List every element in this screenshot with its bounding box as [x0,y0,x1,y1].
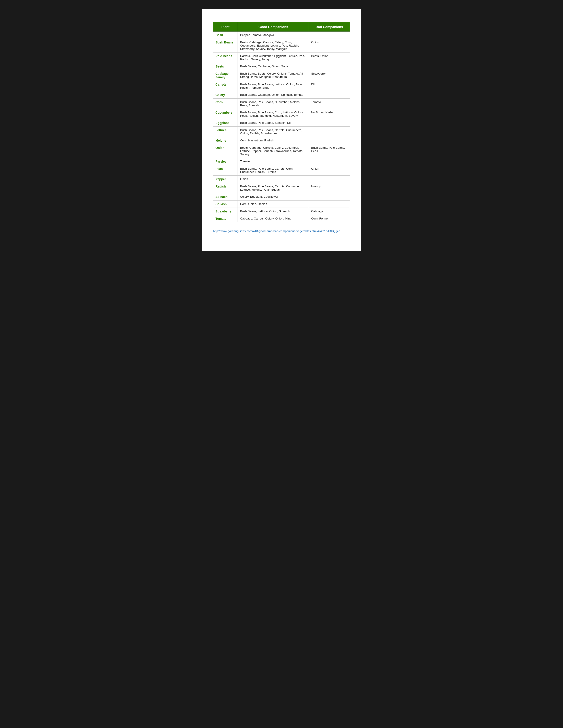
plant-name: Pole Beans [213,53,238,63]
table-row: CeleryBush Beans, Cabbage, Onion, Spinac… [213,91,350,99]
bad-companions-cell: Cabbage [309,208,350,215]
good-companions-cell: Corn, Onion, Radish [238,201,309,208]
bad-companions-cell: Onion [309,165,350,176]
plant-name: Radish [213,183,238,193]
table-row: EggplantBush Beans, Pole Beans, Spinach,… [213,119,350,127]
plant-name: Corn [213,99,238,109]
bad-companions-cell [309,119,350,127]
table-row: SquashCorn, Onion, Radish [213,201,350,208]
table-row: ParsleyTomato [213,158,350,165]
plant-name: Lettuce [213,127,238,137]
table-row: Cabbage FamilyBush Beans, Beets, Celery,… [213,70,350,81]
plant-name: Cabbage Family [213,70,238,81]
good-companions-cell: Cabbage, Carrots, Celery, Onion, Mint [238,215,309,222]
plant-name: Peas [213,165,238,176]
table-row: CarrotsBush Beans, Pole Beans, Lettuce, … [213,81,350,91]
table-row: MelonsCorn, Nasturtium, Radish [213,137,350,144]
good-companions-cell: Bush Beans, Pole Beans, Carrots, Cucumbe… [238,183,309,193]
companions-table: Plant Good Companions Bad Companions Bas… [213,22,350,222]
bad-companions-cell [309,158,350,165]
good-companions-cell: Bush Beans, Cabbage, Onion, Sage [238,63,309,70]
good-companions-cell: Bush Beans, Pole Beans, Carrots, Cucumbe… [238,127,309,137]
good-companions-cell: Pepper, Tomato, Marigold [238,32,309,39]
plant-name: Celery [213,91,238,99]
table-row: OnionBeets, Cabbage, Carrots, Celery, Cu… [213,144,350,158]
plant-name: Spinach [213,193,238,201]
header-bad-companions: Bad Companions [309,22,350,32]
plant-name: Beets [213,63,238,70]
plant-name: Pepper [213,176,238,183]
table-row: StrawberryBush Beans, Lettuce, Onion, Sp… [213,208,350,215]
table-row: RadishBush Beans, Pole Beans, Carrots, C… [213,183,350,193]
good-companions-cell: Tomato [238,158,309,165]
bad-companions-cell [309,63,350,70]
good-companions-cell: Bush Beans, Pole Beans, Cucumber, Melons… [238,99,309,109]
bad-companions-cell [309,91,350,99]
plant-name: Strawberry [213,208,238,215]
header-plant: Plant [213,22,238,32]
bad-companions-cell [309,176,350,183]
good-companions-cell: Corn, Nasturtium, Radish [238,137,309,144]
table-row: LettuceBush Beans, Pole Beans, Carrots, … [213,127,350,137]
bad-companions-cell: Tomato [309,99,350,109]
table-row: PeasBush Beans, Pole Beans, Carrots, Cor… [213,165,350,176]
plant-name: Eggplant [213,119,238,127]
table-row: CucumbersBush Beans, Pole Beans, Corn, L… [213,109,350,119]
bad-companions-cell [309,193,350,201]
plant-name: Onion [213,144,238,158]
table-row: Bush BeansBeets, Cabbage, Carrots, Celer… [213,39,350,53]
good-companions-cell: Onion [238,176,309,183]
bad-companions-cell: Hyssop [309,183,350,193]
good-companions-cell: Beets, Cabbage, Carrots, Celery, Cucumbe… [238,144,309,158]
good-companions-cell: Celery, Eggplant, Cauliflower [238,193,309,201]
bad-companions-cell: Strawberry [309,70,350,81]
bad-companions-cell [309,32,350,39]
bad-companions-cell [309,137,350,144]
good-companions-cell: Bush Beans, Beets, Celery, Onions, Tomat… [238,70,309,81]
good-companions-cell: Bush Beans, Lettuce, Onion, Spinach [238,208,309,215]
bad-companions-cell [309,201,350,208]
bad-companions-cell: Onion [309,39,350,53]
good-companions-cell: Bush Beans, Pole Beans, Carrots, Corn Cu… [238,165,309,176]
table-row: SpinachCelery, Eggplant, Cauliflower [213,193,350,201]
plant-name: Cucumbers [213,109,238,119]
table-row: BasilPepper, Tomato, Marigold [213,32,350,39]
good-companions-cell: Bush Beans, Cabbage, Onion, Spinach, Tom… [238,91,309,99]
plant-name: Carrots [213,81,238,91]
plant-name: Melons [213,137,238,144]
footer-link[interactable]: http://www.gardenguides.com/410-good-amp… [213,229,340,233]
bad-companions-cell: Dill [309,81,350,91]
table-row: Pole BeansCarrots, Corn Cucumber, Eggpla… [213,53,350,63]
table-row: TomatoCabbage, Carrots, Celery, Onion, M… [213,215,350,222]
bad-companions-cell: Beets, Onion [309,53,350,63]
plant-name: Bush Beans [213,39,238,53]
bad-companions-cell [309,127,350,137]
header-good-companions: Good Companions [238,22,309,32]
good-companions-cell: Bush Beans, Pole Beans, Spinach, Dill [238,119,309,127]
plant-name: Basil [213,32,238,39]
plant-name: Parsley [213,158,238,165]
plant-name: Squash [213,201,238,208]
table-row: PepperOnion [213,176,350,183]
bad-companions-cell: No Strong Herbs [309,109,350,119]
table-row: CornBush Beans, Pole Beans, Cucumber, Me… [213,99,350,109]
good-companions-cell: Bush Beans, Pole Beans, Corn, Lettuce, O… [238,109,309,119]
bad-companions-cell: Corn, Fennel [309,215,350,222]
table-row: BeetsBush Beans, Cabbage, Onion, Sage [213,63,350,70]
good-companions-cell: Bush Beans, Pole Beans, Lettuce, Onion, … [238,81,309,91]
page: Plant Good Companions Bad Companions Bas… [202,9,361,251]
good-companions-cell: Beets, Cabbage, Carrots, Celery, Corn, C… [238,39,309,53]
good-companions-cell: Carrots, Corn Cucumber, Eggplant, Lettuc… [238,53,309,63]
bad-companions-cell: Bush Beans, Pole Beans, Peas [309,144,350,158]
plant-name: Tomato [213,215,238,222]
